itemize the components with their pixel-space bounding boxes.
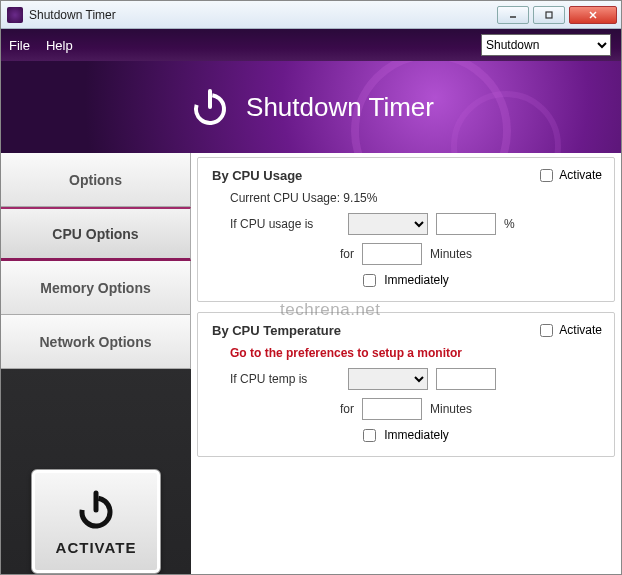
svg-rect-1	[546, 12, 552, 18]
comparator-select[interactable]	[348, 368, 428, 390]
immediately-label: Immediately	[384, 273, 449, 287]
tab-network-options[interactable]: Network Options	[1, 315, 191, 369]
percent-label: %	[504, 217, 515, 231]
menu-file[interactable]: File	[9, 38, 30, 53]
tab-memory-options[interactable]: Memory Options	[1, 261, 191, 315]
activate-checkbox-row[interactable]: Activate	[540, 168, 602, 182]
app-icon	[7, 7, 23, 23]
if-label: If CPU temp is	[230, 372, 340, 386]
duration-input[interactable]	[362, 398, 422, 420]
sidebar: Options CPU Options Memory Options Netwo…	[1, 153, 191, 574]
threshold-input[interactable]	[436, 213, 496, 235]
immediately-checkbox[interactable]	[363, 429, 376, 442]
titlebar: Shutdown Timer	[1, 1, 621, 29]
maximize-button[interactable]	[533, 6, 565, 24]
duration-input[interactable]	[362, 243, 422, 265]
window-controls	[497, 6, 617, 24]
activate-label: Activate	[559, 323, 602, 337]
activate-checkbox[interactable]	[540, 169, 553, 182]
cpu-temp-panel: By CPU Temperature Activate Go to the pr…	[197, 312, 615, 457]
for-label: for	[340, 247, 354, 261]
for-label: for	[340, 402, 354, 416]
power-icon	[188, 85, 232, 129]
monitor-warning: Go to the preferences to setup a monitor	[230, 346, 600, 360]
activate-checkbox[interactable]	[540, 324, 553, 337]
condition-row: If CPU temp is	[212, 368, 600, 390]
power-icon	[74, 487, 118, 531]
duration-row: for Minutes	[212, 243, 600, 265]
activate-checkbox-row[interactable]: Activate	[540, 323, 602, 337]
activate-button[interactable]: ACTIVATE	[31, 469, 161, 574]
immediately-row: Immediately	[212, 428, 600, 442]
current-cpu-usage: Current CPU Usage: 9.15%	[230, 191, 600, 205]
tab-cpu-options[interactable]: CPU Options	[1, 207, 191, 261]
condition-row: If CPU usage is %	[212, 213, 600, 235]
tab-options[interactable]: Options	[1, 153, 191, 207]
comparator-select[interactable]	[348, 213, 428, 235]
cpu-usage-panel: By CPU Usage Activate Current CPU Usage:…	[197, 157, 615, 302]
activate-label: Activate	[559, 168, 602, 182]
immediately-label: Immediately	[384, 428, 449, 442]
menu-help[interactable]: Help	[46, 38, 73, 53]
immediately-row: Immediately	[212, 273, 600, 287]
content-area: By CPU Usage Activate Current CPU Usage:…	[191, 153, 621, 574]
activate-label: ACTIVATE	[56, 539, 137, 556]
menubar: File Help Shutdown	[1, 29, 621, 61]
if-label: If CPU usage is	[230, 217, 340, 231]
duration-row: for Minutes	[212, 398, 600, 420]
minimize-button[interactable]	[497, 6, 529, 24]
close-button[interactable]	[569, 6, 617, 24]
action-select[interactable]: Shutdown	[481, 34, 611, 56]
immediately-checkbox[interactable]	[363, 274, 376, 287]
minutes-label: Minutes	[430, 247, 472, 261]
threshold-input[interactable]	[436, 368, 496, 390]
header-title: Shutdown Timer	[246, 92, 434, 123]
minutes-label: Minutes	[430, 402, 472, 416]
app-header: Shutdown Timer	[1, 61, 621, 153]
window-title: Shutdown Timer	[29, 8, 497, 22]
